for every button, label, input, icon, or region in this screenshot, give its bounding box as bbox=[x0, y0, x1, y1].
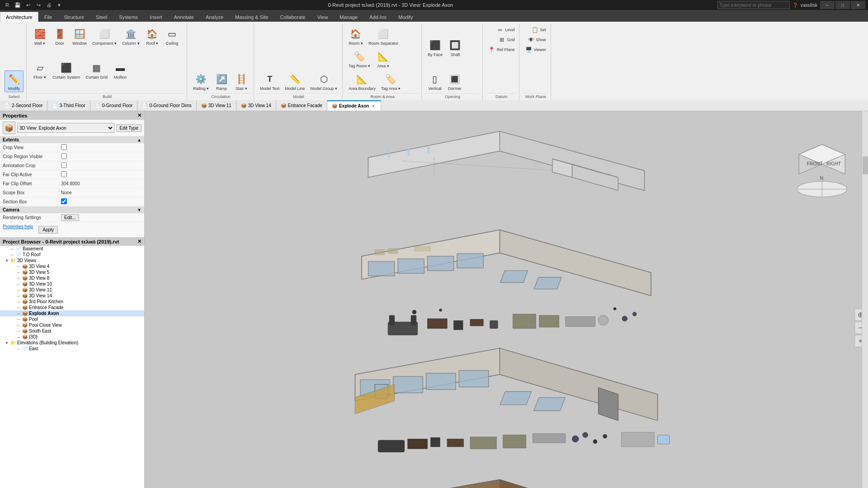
ceiling-button[interactable]: ▭ Ceiling bbox=[163, 25, 182, 47]
tree-item-3dview10[interactable]: ─ 📦 3D View 10 bbox=[0, 281, 144, 287]
scrollbar-thumb-v[interactable] bbox=[863, 156, 868, 174]
tree-item-pool[interactable]: ─ 📦 Pool bbox=[0, 316, 144, 322]
tab-analyze[interactable]: Analyze bbox=[200, 12, 229, 22]
tree-item-3d[interactable]: ─ 📦 {3D} bbox=[0, 334, 144, 340]
ref-plane-button[interactable]: 📍 Ref Plane bbox=[486, 45, 517, 54]
camera-collapse-icon[interactable]: ▼ bbox=[137, 207, 142, 212]
by-face-button[interactable]: ⬛ By Face bbox=[425, 37, 445, 58]
properties-help-link[interactable]: Properties help bbox=[3, 224, 33, 235]
tab-2nd-floor[interactable]: 📄 2-Second Floor bbox=[0, 100, 47, 111]
tree-item-toroof[interactable]: ─ 📄 T.O Roof bbox=[0, 252, 144, 258]
tab-ground-floor-dims[interactable]: 📄 0-Ground Floor Dims bbox=[137, 100, 196, 111]
tab-modify[interactable]: Modify bbox=[392, 12, 419, 22]
help-button[interactable]: ❓ bbox=[793, 3, 798, 8]
far-clip-active-checkbox[interactable] bbox=[61, 171, 67, 177]
area-boundary-button[interactable]: 📐 Area Boundary bbox=[346, 70, 378, 92]
model-line-button[interactable]: 📏 Model Line bbox=[283, 70, 307, 92]
modify-button[interactable]: ✏️ Modify bbox=[5, 70, 24, 92]
close-button[interactable]: ✕ bbox=[851, 1, 865, 9]
window-button[interactable]: 🪟 Window bbox=[70, 25, 89, 47]
maximize-button[interactable]: □ bbox=[835, 1, 850, 9]
floor-button[interactable]: ▱ Floor ▾ bbox=[30, 59, 49, 81]
tree-item-3rd-floor-kitchen[interactable]: ─ 📦 3rd Floor Kitchen bbox=[0, 299, 144, 305]
tree-item-3dviews[interactable]: ▼ 📁 3D Views bbox=[0, 258, 144, 263]
vertical-button[interactable]: ▯ Vertical bbox=[425, 70, 444, 92]
model-group-button[interactable]: ⬡ Model Group ▾ bbox=[308, 70, 340, 92]
tab-addins[interactable]: Add-Ins bbox=[363, 12, 392, 22]
extents-collapse-icon[interactable]: ▲ bbox=[137, 137, 142, 142]
project-browser-close-icon[interactable]: ✕ bbox=[137, 239, 142, 244]
tab-3d-view-11[interactable]: 📦 3D View 11 bbox=[197, 100, 236, 111]
tree-item-elevations[interactable]: ▼ 📁 Elevations (Building Elevation) bbox=[0, 340, 144, 346]
level-button[interactable]: ═ Level bbox=[495, 25, 517, 34]
model-text-button[interactable]: T Model Text bbox=[258, 70, 282, 92]
door-button[interactable]: 🚪 Door bbox=[50, 25, 69, 47]
tab-collaborate[interactable]: Collaborate bbox=[274, 12, 311, 22]
viewport[interactable]: FRONT RIGHT N ⊕ − + bbox=[145, 111, 868, 488]
room-separator-button[interactable]: ⬜ Room Separator bbox=[366, 25, 401, 47]
tree-item-3dview4[interactable]: ─ 📦 3D View 4 bbox=[0, 263, 144, 269]
set-button[interactable]: 📋 Set bbox=[529, 25, 548, 34]
tag-area-button[interactable]: 🏷️ Tag Area ▾ bbox=[379, 70, 403, 92]
undo-button[interactable]: ↩ bbox=[24, 1, 33, 9]
print-button[interactable]: 🖨 bbox=[44, 1, 53, 9]
tree-item-explode-axon[interactable]: ─ 📦 Explode Axon bbox=[0, 310, 144, 316]
viewer-button[interactable]: 🖥️ Viewer bbox=[523, 45, 547, 54]
tab-3d-view-14[interactable]: 📦 3D View 14 bbox=[236, 100, 276, 111]
edit-type-button[interactable]: Edit Type bbox=[116, 124, 142, 132]
tab-structure[interactable]: Structure bbox=[58, 12, 90, 22]
annotation-crop-checkbox[interactable] bbox=[61, 162, 67, 168]
quick-access-toolbar[interactable]: R 💾 ↩ ↪ 🖨 ▾ bbox=[3, 1, 64, 9]
railing-button[interactable]: ⚙️ Railing ▾ bbox=[191, 70, 211, 92]
tab-explode-axon-close[interactable]: ✕ bbox=[371, 104, 376, 108]
tab-manage[interactable]: Manage bbox=[334, 12, 363, 22]
search-input[interactable] bbox=[717, 1, 790, 9]
tree-item-3dview14[interactable]: ─ 📦 3D View 14 bbox=[0, 293, 144, 299]
crop-view-checkbox[interactable] bbox=[61, 144, 67, 150]
tree-item-3dview11[interactable]: ─ 📦 3D View 11 bbox=[0, 287, 144, 293]
save-button[interactable]: 💾 bbox=[13, 1, 22, 9]
tab-file[interactable]: File bbox=[38, 12, 58, 22]
tab-ground-floor[interactable]: 📄 0-Ground Floor bbox=[90, 100, 138, 111]
crop-region-visible-checkbox[interactable] bbox=[61, 153, 67, 159]
tag-room-button[interactable]: 🏷️ Tag Room ▾ bbox=[346, 48, 373, 70]
wall-button[interactable]: 🧱 Wall ▾ bbox=[30, 25, 49, 47]
minimize-button[interactable]: ─ bbox=[820, 1, 835, 9]
curtain-system-button[interactable]: ⬛ Curtain System bbox=[50, 59, 83, 81]
tab-entrance-facade[interactable]: 📦 Entrance Facade bbox=[276, 100, 327, 111]
section-box-checkbox[interactable] bbox=[61, 198, 67, 204]
rendering-edit-button[interactable]: Edit... bbox=[61, 214, 79, 221]
tab-view[interactable]: View bbox=[311, 12, 334, 22]
redo-button[interactable]: ↪ bbox=[34, 1, 43, 9]
ramp-button[interactable]: ↗️ Ramp bbox=[212, 70, 231, 92]
properties-close-icon[interactable]: ✕ bbox=[137, 113, 142, 118]
grid-button[interactable]: ⊞ Grid bbox=[496, 35, 516, 44]
tab-insert[interactable]: Insert bbox=[144, 12, 168, 22]
curtain-grid-button[interactable]: ▦ Curtain Grid bbox=[84, 59, 110, 81]
show-button[interactable]: 👁️ Show bbox=[525, 35, 548, 44]
tree-item-basement[interactable]: ─ 📄 Basement bbox=[0, 246, 144, 252]
viewport-scrollbar-v[interactable] bbox=[862, 111, 868, 488]
tab-3rd-floor[interactable]: 📄 3-Third Floor bbox=[47, 100, 90, 111]
column-button[interactable]: 🏛️ Column ▾ bbox=[120, 25, 142, 47]
tab-steel[interactable]: Steel bbox=[90, 12, 113, 22]
dormer-button[interactable]: 🔳 Dormer bbox=[445, 70, 464, 92]
tab-architecture[interactable]: Architecture bbox=[0, 12, 38, 22]
tree-item-3dview5[interactable]: ─ 📦 3D View 5 bbox=[0, 269, 144, 275]
room-button[interactable]: 🏠 Room ▾ bbox=[346, 25, 365, 47]
tab-systems[interactable]: Systems bbox=[113, 12, 144, 22]
tab-explode-axon[interactable]: 📦 Explode Axon ✕ bbox=[327, 100, 381, 111]
tree-item-east[interactable]: ─ 📄 East bbox=[0, 346, 144, 352]
revit-logo[interactable]: R bbox=[3, 1, 12, 9]
tab-massing[interactable]: Massing & Site bbox=[229, 12, 274, 22]
tab-annotate[interactable]: Annotate bbox=[168, 12, 200, 22]
apply-button[interactable]: Apply bbox=[38, 226, 58, 234]
view-type-select[interactable]: 3D View: Explode Axon bbox=[17, 123, 114, 133]
roof-button[interactable]: 🏠 Roof ▾ bbox=[143, 25, 162, 47]
tree-item-3dview8[interactable]: ─ 📦 3D View 8 bbox=[0, 275, 144, 281]
area-button[interactable]: 📐 Area ▾ bbox=[373, 48, 392, 70]
tree-item-south-east[interactable]: ─ 📦 South East bbox=[0, 328, 144, 334]
tree-item-pool-close[interactable]: ─ 📦 Pool Close View bbox=[0, 322, 144, 328]
qa-dropdown[interactable]: ▾ bbox=[55, 1, 64, 9]
window-controls[interactable]: ─ □ ✕ bbox=[820, 1, 865, 9]
